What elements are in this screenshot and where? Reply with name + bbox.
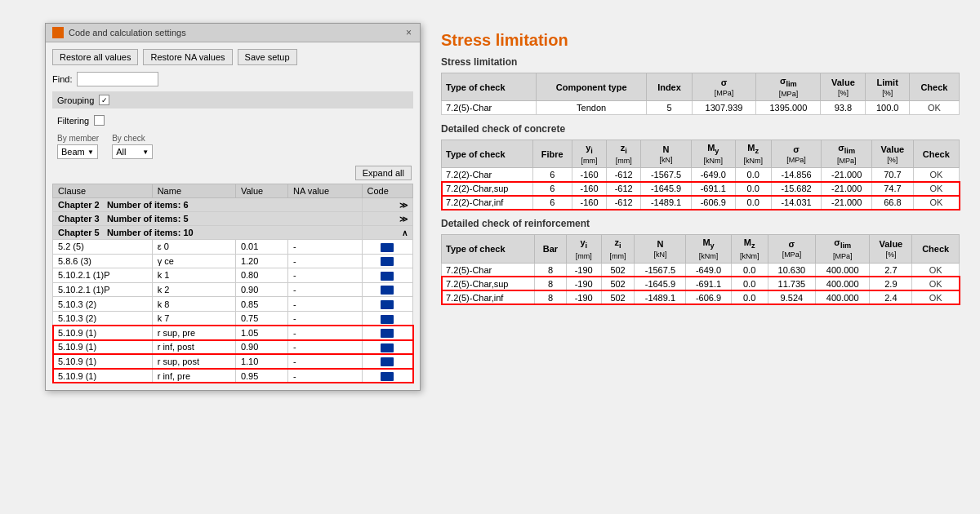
eu-flag-icon — [381, 372, 394, 381]
stress-main-title: Stress limitation — [441, 31, 960, 50]
table-header-row: Clause Name Value NA value Code — [53, 184, 413, 198]
cell-name: k 1 — [152, 268, 235, 283]
chapter-5-collapse-icon[interactable]: ∧ — [402, 228, 408, 237]
col-mz: Mz[kNm] — [735, 140, 771, 168]
cell-clause: 5.10.2.1 (1)P — [53, 282, 153, 297]
find-input[interactable] — [77, 72, 158, 86]
restore-all-button[interactable]: Restore all values — [52, 49, 138, 65]
eu-flag-icon — [381, 329, 394, 338]
stress-subtitle: Stress limitation — [441, 56, 960, 68]
cell-value: 0.90 — [235, 282, 287, 297]
cell-zi: 502 — [601, 290, 635, 304]
col-check: Check — [909, 73, 959, 101]
col-type-check-r: Type of check — [442, 235, 535, 263]
table-row: 5.10.9 (1) r sup, pre 1.05 - — [53, 326, 413, 340]
col-index: Index — [647, 73, 692, 101]
cell-sigma: 10.630 — [768, 263, 815, 277]
reinforcement-row: 7.2(5)-Char,inf 8 -190 502 -1489.1 -606.… — [442, 290, 960, 304]
restore-na-button[interactable]: Restore NA values — [143, 49, 232, 65]
cell-value: 1.05 — [235, 326, 287, 340]
by-member-select[interactable]: Beam ▼ — [57, 144, 99, 159]
app-icon — [52, 27, 64, 38]
cell-yi: -160 — [572, 168, 606, 182]
cell-sigma: -15.682 — [771, 182, 822, 196]
col-name: Name — [152, 184, 235, 198]
col-sigma-r: σ[MPa] — [768, 235, 815, 263]
cell-my: -649.0 — [691, 168, 735, 182]
table-row: 5.2 (5) ε 0 0.01 - — [53, 240, 413, 255]
cell-value: 1.20 — [235, 254, 287, 268]
cell-fibre: 6 — [532, 168, 572, 182]
stress-main-row: 7.2(5)-Char Tendon 5 1307.939 1395.000 9… — [442, 101, 960, 115]
col-type-check-c: Type of check — [442, 140, 533, 168]
col-na-value: NA value — [287, 184, 362, 198]
filter-by-check-group: By check All ▼ — [112, 134, 153, 159]
cell-sigma: 1307.939 — [692, 101, 756, 115]
cell-mz: 0.0 — [735, 168, 771, 182]
chapter-2-label: Chapter 2 — [58, 200, 100, 210]
cell-name: r sup, post — [152, 354, 235, 369]
cell-mz: 0.0 — [735, 196, 771, 210]
cell-type: 7.2(2)-Char,sup — [442, 182, 533, 196]
right-panel: Stress limitation Stress limitation Type… — [433, 23, 968, 323]
cell-bar: 8 — [535, 263, 566, 277]
cell-code — [362, 326, 412, 340]
cell-my: -691.1 — [686, 277, 731, 290]
cell-value: 1.10 — [235, 354, 287, 369]
expand-all-button[interactable]: Expand all — [355, 166, 412, 180]
filter-controls: By member Beam ▼ By check All ▼ — [52, 134, 413, 159]
col-yi: yi[mm] — [572, 140, 606, 168]
chapter-5-items: Number of items: 10 — [107, 228, 194, 237]
filtering-checkbox[interactable] — [94, 115, 105, 126]
cell-value: 2.7 — [870, 263, 912, 277]
eu-flag-icon — [381, 243, 394, 252]
concrete-row: 7.2(2)-Char 6 -160 -612 -1567.5 -649.0 0… — [442, 168, 960, 182]
stress-header-row: Type of check Component type Index σ[MPa… — [442, 73, 960, 101]
col-clause: Clause — [53, 184, 153, 198]
member-chevron-icon: ▼ — [87, 148, 94, 156]
member-select-box[interactable]: Beam ▼ — [57, 144, 98, 159]
cell-index: 5 — [647, 101, 692, 115]
save-setup-button[interactable]: Save setup — [238, 49, 297, 65]
cell-na: - — [287, 297, 362, 312]
grouping-checkbox[interactable] — [99, 95, 109, 105]
by-check-label: By check — [112, 134, 153, 143]
by-check-select[interactable]: All ▼ — [112, 144, 153, 159]
cell-yi: -190 — [566, 290, 601, 304]
cell-code — [362, 282, 412, 297]
chapter-2-collapse-icon[interactable]: ≫ — [399, 201, 408, 210]
cell-value: 0.75 — [235, 311, 287, 326]
cell-type: 7.2(2)-Char,inf — [442, 196, 533, 210]
cell-value: 2.4 — [870, 290, 912, 304]
cell-type: 7.2(5)-Char,inf — [442, 290, 535, 304]
cell-fibre: 6 — [532, 182, 572, 196]
cell-n: -1489.1 — [641, 196, 692, 210]
cell-code — [362, 311, 412, 326]
cell-mz: 0.0 — [731, 290, 768, 304]
cell-my: -606.9 — [686, 290, 731, 304]
table-row: 5.10.9 (1) r inf, post 0.90 - — [53, 340, 413, 355]
col-check-c: Check — [913, 140, 959, 168]
col-my-r: My[kNm] — [686, 235, 731, 263]
check-select-box[interactable]: All ▼ — [112, 144, 153, 159]
dialog-title: Code and calculation settings — [69, 28, 186, 38]
chapter-2-row: Chapter 2 Number of items: 6≫ — [53, 198, 413, 212]
cell-name: k 7 — [152, 311, 235, 326]
cell-clause: 5.10.9 (1) — [53, 326, 153, 340]
cell-na: - — [287, 282, 362, 297]
filter-by-member-group: By member Beam ▼ — [57, 134, 99, 159]
eu-flag-icon — [381, 357, 394, 366]
col-yi-r: yi[mm] — [566, 235, 601, 263]
check-chevron-icon: ▼ — [142, 148, 149, 156]
toolbar: Restore all values Restore NA values Sav… — [52, 49, 413, 65]
cell-na: - — [287, 240, 362, 255]
cell-sigma-lim: 1395.000 — [756, 101, 821, 115]
col-zi-r: zi[mm] — [601, 235, 635, 263]
col-sigma-c: σ[MPa] — [771, 140, 822, 168]
filtering-label: Filtering — [57, 116, 89, 126]
table-row: 5.10.2.1 (1)P k 2 0.90 - — [53, 282, 413, 297]
chapter-3-collapse-icon[interactable]: ≫ — [399, 215, 408, 224]
close-button[interactable]: × — [404, 27, 413, 38]
cell-check: OK — [913, 168, 959, 182]
reinforcement-title: Detailed check of reinforcement — [441, 218, 960, 229]
